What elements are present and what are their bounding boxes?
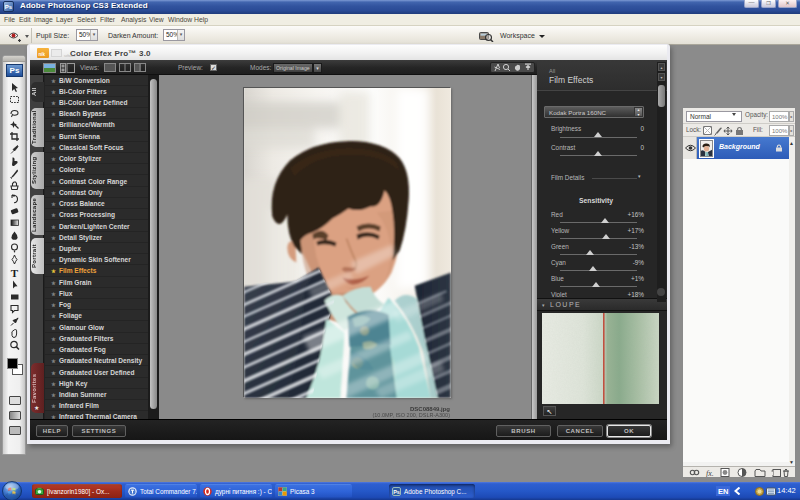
svg-text:fx.: fx. [706,469,714,478]
svg-text:Ps: Ps [393,488,400,494]
